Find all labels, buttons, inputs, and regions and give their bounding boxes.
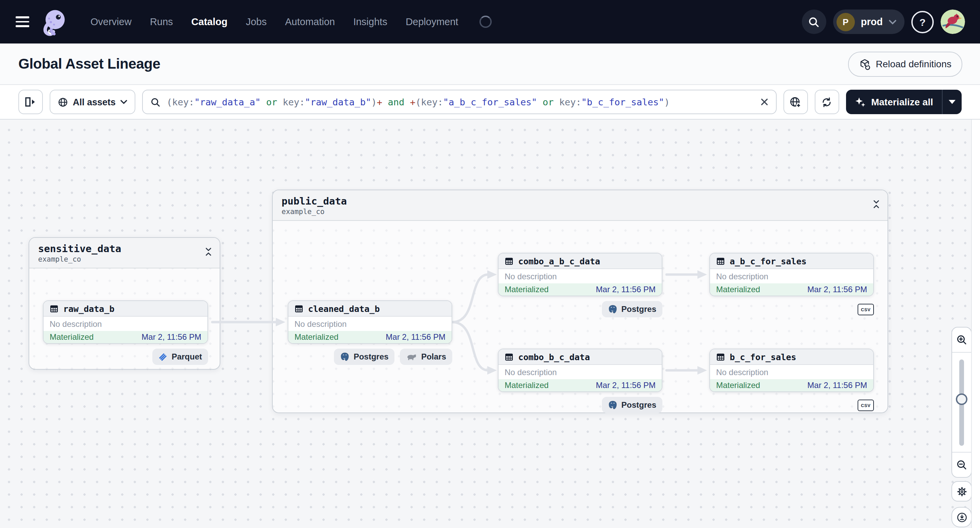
- group-name: sensitive_data: [38, 243, 211, 255]
- tag-label: Postgres: [621, 400, 656, 410]
- dagster-logo[interactable]: [39, 6, 70, 37]
- asset-description: No description: [498, 269, 662, 283]
- nav-item-catalog[interactable]: Catalog: [191, 16, 228, 27]
- tag-postgres[interactable]: Postgres: [601, 301, 662, 317]
- parquet-icon: [159, 352, 168, 361]
- zoom-in-button[interactable]: [952, 328, 971, 352]
- nav-item-runs[interactable]: Runs: [150, 16, 173, 27]
- clear-query-button[interactable]: [760, 98, 768, 106]
- table-icon: [716, 257, 725, 265]
- nav-right: P prod ?: [802, 10, 965, 34]
- csv-icon[interactable]: CSV: [858, 304, 874, 315]
- asset-name: a_b_c_for_sales: [730, 256, 807, 266]
- collapse-group-button[interactable]: [205, 247, 212, 256]
- tag-label: Polars: [421, 352, 446, 362]
- query-segment: or: [537, 97, 559, 107]
- table-icon: [504, 352, 514, 361]
- query-segment: +: [410, 97, 415, 107]
- caret-down-icon: [949, 100, 956, 104]
- asset-tags: Postgres Polars: [334, 349, 452, 365]
- asset-description: No description: [710, 365, 873, 379]
- asset-scope-label: All assets: [73, 97, 116, 107]
- materialize-all-button[interactable]: Materialize all: [846, 90, 942, 114]
- asset-selection-query: (key:"raw_data_a" or key:"raw_data_b")+ …: [167, 97, 754, 107]
- asset-name: combo_b_c_data: [518, 352, 590, 362]
- graph-settings-button[interactable]: [951, 481, 972, 501]
- csv-icon[interactable]: CSV: [858, 400, 874, 411]
- tag-label: Postgres: [621, 304, 656, 314]
- reload-definitions-label: Reload definitions: [876, 59, 951, 69]
- asset-node-combo-b-c-data[interactable]: combo_b_c_data No description Materializ…: [498, 349, 662, 392]
- asset-selection-input[interactable]: (key:"raw_data_a" or key:"raw_data_b")+ …: [142, 90, 776, 114]
- reload-code-location-icon: [859, 58, 870, 70]
- collapse-group-button[interactable]: [873, 200, 880, 209]
- materialize-all-split-button: Materialize all: [846, 90, 962, 114]
- query-segment: "a_b_c_for_sales": [443, 97, 537, 107]
- user-avatar[interactable]: [940, 10, 965, 34]
- asset-node-combo-a-b-c-data[interactable]: combo_a_b_c_data No description Material…: [498, 253, 662, 296]
- query-segment: key:: [559, 97, 581, 107]
- asset-name: combo_a_b_c_data: [518, 256, 600, 266]
- close-icon: [760, 98, 768, 106]
- asset-group-header[interactable]: sensitive_data example_co: [29, 238, 220, 268]
- deployment-switcher[interactable]: P prod: [833, 10, 905, 34]
- tag-postgres[interactable]: Postgres: [334, 349, 395, 365]
- asset-scope-dropdown[interactable]: All assets: [49, 90, 135, 114]
- tag-postgres[interactable]: Postgres: [601, 397, 662, 413]
- tag-polars[interactable]: Polars: [400, 349, 452, 365]
- menu-icon[interactable]: [16, 14, 29, 30]
- materialized-timestamp: Mar 2, 11:56 PM: [386, 332, 445, 342]
- nav-item-overview[interactable]: Overview: [91, 16, 132, 27]
- zoom-out-button[interactable]: [952, 453, 971, 477]
- zoom-slider[interactable]: [952, 352, 971, 453]
- nav-item-insights[interactable]: Insights: [353, 16, 387, 27]
- tag-label: Postgres: [354, 352, 389, 362]
- reload-definitions-button[interactable]: Reload definitions: [848, 51, 963, 76]
- search-button[interactable]: [802, 10, 826, 34]
- search-icon: [150, 97, 161, 107]
- tag-label: CSV: [861, 307, 871, 312]
- asset-node-a-b-c-for-sales[interactable]: a_b_c_for_sales No description Materiali…: [710, 253, 874, 296]
- materialized-timestamp: Mar 2, 11:56 PM: [596, 381, 655, 390]
- table-icon: [49, 304, 59, 313]
- query-segment: +: [377, 97, 382, 107]
- page-header: Global Asset Lineage Reload definitions: [0, 43, 980, 85]
- search-icon: [808, 16, 820, 27]
- open-in-new-tab-button[interactable]: [783, 90, 808, 114]
- asset-name: cleaned_data_b: [308, 303, 380, 314]
- nav-item-automation[interactable]: Automation: [285, 16, 335, 27]
- help-button[interactable]: ?: [911, 11, 934, 33]
- tag-parquet[interactable]: Parquet: [153, 349, 208, 365]
- postgres-icon: [608, 400, 617, 410]
- table-icon: [716, 352, 725, 361]
- asset-group-header[interactable]: public_data example_co: [273, 190, 888, 221]
- materialized-timestamp: Mar 2, 11:56 PM: [596, 285, 655, 294]
- materialize-options-button[interactable]: [943, 90, 962, 114]
- postgres-icon: [608, 304, 617, 314]
- download-icon: [956, 511, 967, 523]
- deployment-initial-badge: P: [837, 13, 855, 31]
- asset-node-cleaned-data-b[interactable]: cleaned_data_b No description Materializ…: [288, 300, 452, 344]
- refresh-icon: [821, 96, 833, 108]
- materialized-timestamp: Mar 2, 11:56 PM: [142, 332, 201, 342]
- asset-node-raw-data-b[interactable]: raw_data_b No description Materialized M…: [43, 300, 208, 344]
- globe-icon: [58, 97, 68, 107]
- asset-tags: CSV: [858, 304, 874, 315]
- nav-item-jobs[interactable]: Jobs: [246, 16, 267, 27]
- table-icon: [294, 304, 303, 313]
- chevron-down-icon: [120, 100, 127, 104]
- page-title: Global Asset Lineage: [18, 56, 161, 72]
- refresh-button[interactable]: [815, 90, 839, 114]
- toggle-sidebar-button[interactable]: [18, 90, 43, 114]
- asset-node-b-c-for-sales[interactable]: b_c_for_sales No description Materialize…: [710, 349, 874, 392]
- query-segment: "b_c_for_sales": [581, 97, 664, 107]
- tag-label: CSV: [861, 403, 871, 408]
- materialized-status: Materialized: [504, 381, 549, 390]
- materialize-all-label: Materialize all: [871, 97, 933, 107]
- asset-graph-canvas[interactable]: sensitive_data example_co public_data ex…: [0, 120, 980, 528]
- top-nav: Overview Runs Catalog Jobs Automation In…: [0, 0, 980, 43]
- nav-item-deployment[interactable]: Deployment: [406, 16, 458, 27]
- export-graph-button[interactable]: [951, 507, 972, 527]
- zoom-slider-thumb[interactable]: [956, 393, 967, 405]
- chevron-down-icon: [889, 19, 896, 24]
